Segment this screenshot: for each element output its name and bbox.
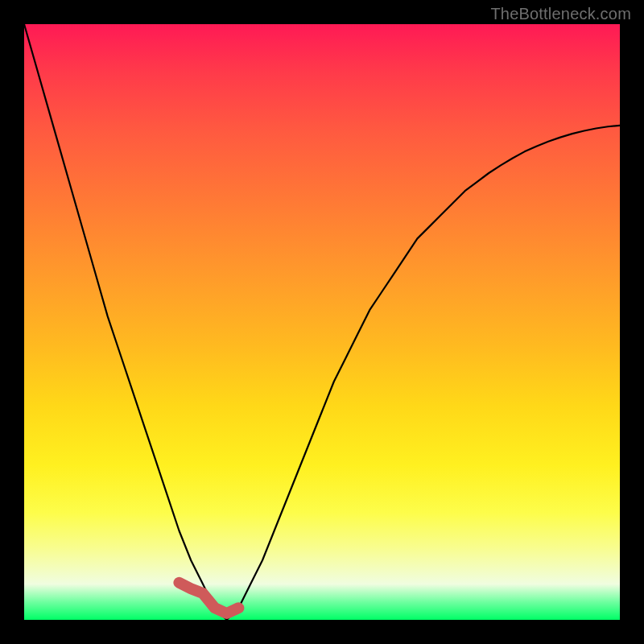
bottleneck-curve (24, 24, 620, 620)
chart-svg (24, 24, 620, 620)
optimal-range-highlight (179, 583, 238, 613)
watermark-text: TheBottleneck.com (490, 5, 631, 23)
chart-plot-area (24, 24, 620, 620)
